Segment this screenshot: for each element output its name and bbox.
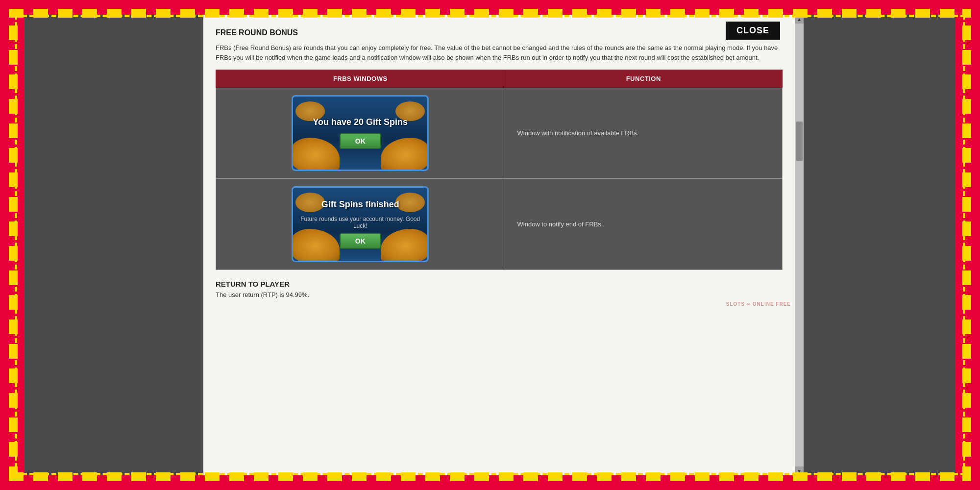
frbs-table: FRBS WINDOWS FUNCTION You [216,70,783,270]
popup-ok-button-2[interactable]: OK [340,233,381,249]
coins-left [292,138,340,171]
return-title: RETURN TO PLAYER [216,280,783,288]
coins-top-right-2 [395,193,425,212]
gift-spins-finished-popup: Gift Spins finished Future rounds use yo… [292,186,429,262]
scrollbar[interactable]: ▲ ▼ [795,15,804,475]
description-text: FRBs (Free Round Bonus) are rounds that … [216,43,783,62]
coins-right-2 [381,229,429,262]
content-panel: CLOSE FREE ROUND BONUS FRBs (Free Round … [203,15,795,475]
popup-cell-1: You have 20 Gift Spins OK [216,88,505,179]
popup-title-1: You have 20 Gift Spins [313,117,408,127]
close-button[interactable]: CLOSE [726,22,780,40]
popup-subtitle-2: Future rounds use your account money. Go… [293,216,427,229]
popup-cell-2: Gift Spins finished Future rounds use yo… [216,179,505,270]
section-title: FREE ROUND BONUS [216,28,783,37]
coins-top-left-2 [295,193,325,212]
col2-header: FUNCTION [505,70,782,88]
coins-right [381,138,429,171]
scrollbar-down-button[interactable]: ▼ [795,466,804,475]
function-cell-2: Window to notify end of FRBs. [505,179,782,270]
right-sidebar [804,15,956,475]
scrollbar-thumb[interactable] [796,122,803,161]
return-section: RETURN TO PLAYER The user return (RTP) i… [216,277,783,301]
main-container: CLOSE FREE ROUND BONUS FRBs (Free Round … [24,15,956,475]
function-cell-1: Window with notification of available FR… [505,88,782,179]
gift-spins-popup: You have 20 Gift Spins OK [292,95,429,171]
popup-ok-button-1[interactable]: OK [340,133,381,149]
left-sidebar [24,15,203,475]
scrollbar-up-button[interactable]: ▲ [795,15,804,24]
table-row: Gift Spins finished Future rounds use yo… [216,179,783,270]
return-text: The user return (RTP) is 94.99%. [216,291,783,298]
col1-header: FRBS WINDOWS [216,70,505,88]
coins-left-2 [292,229,340,262]
content-inner: CLOSE FREE ROUND BONUS FRBs (Free Round … [203,15,795,311]
popup-title-2: Gift Spins finished [321,199,399,210]
watermark: SLOTS ∞ ONLINE FREE [726,301,791,307]
table-row: You have 20 Gift Spins OK Window with no… [216,88,783,179]
